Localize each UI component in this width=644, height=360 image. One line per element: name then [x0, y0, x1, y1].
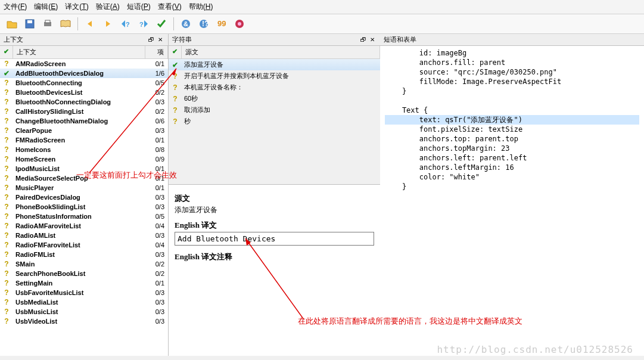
right-panel-header: 短语和表单	[380, 34, 644, 46]
question-icon: ?	[173, 106, 177, 114]
context-name: SMain	[13, 260, 145, 268]
string-text: 取消添加	[182, 105, 380, 115]
context-row[interactable]: ?UsbVideoList0/3	[0, 316, 168, 326]
strings-panel-header: 字符串 🗗 ✕	[169, 34, 380, 46]
strings-th-icon[interactable]: ✔	[169, 46, 182, 58]
context-row[interactable]: ?PhoneStatusInformation0/5	[0, 212, 168, 221]
context-row[interactable]: ?UsbFavoriteMusicList0/3	[0, 288, 168, 297]
svg-rect-1	[27, 20, 32, 23]
validate-button[interactable]: !?	[195, 16, 212, 32]
context-row[interactable]: ?ClearPopue0/3	[0, 126, 168, 135]
context-count: 0/3	[145, 318, 168, 325]
context-count: 0/4	[145, 222, 168, 229]
done-next-button[interactable]	[153, 16, 170, 32]
context-row[interactable]: ?BluetoothNoConnectingDialog0/3	[0, 97, 168, 107]
prev-unfinished-button[interactable]: ?	[117, 16, 134, 32]
strings-table-header: ✔ 源文	[169, 46, 380, 59]
svg-text:&: &	[183, 20, 188, 27]
context-row[interactable]: ?AMRadioScreen0/1	[0, 59, 168, 69]
close-icon[interactable]: ✕	[156, 36, 164, 43]
context-count: 0/1	[145, 184, 168, 191]
context-row[interactable]: ?MusicPlayer0/1	[0, 183, 168, 193]
question-icon: ?	[4, 184, 8, 192]
string-row[interactable]: ?开启手机蓝牙并搜索到本机蓝牙设备	[169, 70, 380, 82]
menu-item[interactable]: 查看(V)	[158, 2, 182, 12]
print-button[interactable]	[39, 16, 56, 32]
context-row[interactable]: ?PairedDevicesDialog0/3	[0, 193, 168, 202]
context-count: 0/5	[145, 213, 168, 220]
context-row[interactable]: ?UsbMusicList0/3	[0, 307, 168, 316]
menu-item[interactable]: 帮助(H)	[189, 2, 213, 12]
context-row[interactable]: ?SettingMain0/1	[0, 278, 168, 288]
context-row[interactable]: ?SearchPhoneBookList0/2	[0, 269, 168, 278]
question-icon: ?	[4, 79, 8, 87]
context-th-name[interactable]: 上下文	[13, 46, 145, 58]
context-row[interactable]: ?BluetoothConnecting0/5	[0, 78, 168, 88]
string-row[interactable]: ✔添加蓝牙设备	[169, 59, 380, 70]
watermark: http://blog.csdn.net/u012528526	[437, 344, 633, 355]
strings-th-name[interactable]: 源文	[182, 46, 380, 58]
context-row[interactable]: ?RadioAMList0/3	[0, 231, 168, 240]
context-count: 0/3	[145, 98, 168, 105]
menu-item[interactable]: 编辑(E)	[34, 2, 58, 12]
context-row[interactable]: ?RadioFMFaroviteList0/4	[0, 240, 168, 250]
context-count: 0/3	[145, 289, 168, 296]
context-row[interactable]: ✔AddBluetoothDevicesDialog1/6	[0, 69, 168, 78]
undock-icon[interactable]: 🗗	[359, 36, 368, 43]
context-row[interactable]: ?CallHistorySlidingList0/2	[0, 107, 168, 116]
context-row[interactable]: ?HomeScreen0/9	[0, 154, 168, 164]
context-row[interactable]: ?SMain0/2	[0, 259, 168, 269]
menu-item[interactable]: 文件(F)	[4, 2, 27, 12]
next-button[interactable]	[99, 16, 116, 32]
next-unfinished-button[interactable]: ?	[135, 16, 152, 32]
context-name: HomeScreen	[13, 155, 145, 163]
context-panel: 上下文 🗗 ✕ ✔ 上下文 项 ?AMRadioScreen0/1✔AddBlu…	[0, 34, 169, 356]
string-text: 开启手机蓝牙并搜索到本机蓝牙设备	[182, 71, 380, 81]
context-row[interactable]: ?UsbMediaList0/3	[0, 297, 168, 307]
context-row[interactable]: ?HomeIcons0/8	[0, 145, 168, 154]
context-row[interactable]: ?FMRadioScreen0/1	[0, 135, 168, 145]
menu-item[interactable]: 验证(A)	[96, 2, 120, 12]
context-name: AMRadioScreen	[13, 60, 145, 68]
settings-button[interactable]	[231, 16, 248, 32]
prev-button[interactable]	[82, 16, 98, 32]
check-icon: ✔	[4, 69, 10, 77]
context-row[interactable]: ?RadioAMFaroviteList0/4	[0, 221, 168, 231]
code-view: id: imageBg anchors.fill: parent source:…	[380, 46, 644, 356]
context-count: 0/3	[145, 203, 168, 210]
strings-panel-title: 字符串	[172, 35, 359, 44]
context-count: 0/6	[145, 117, 168, 125]
string-row[interactable]: ?取消添加	[169, 104, 380, 116]
undock-icon[interactable]: 🗗	[147, 36, 156, 43]
translation-label: English 译文	[175, 220, 374, 231]
context-row[interactable]: ?PhoneBookSlidingList0/3	[0, 202, 168, 212]
translation-input[interactable]	[175, 232, 374, 246]
context-th-icon[interactable]: ✔	[0, 46, 13, 58]
context-name: ClearPopue	[13, 126, 145, 135]
string-row[interactable]: ?60秒	[169, 93, 380, 104]
phrase-button[interactable]: 99	[213, 16, 230, 32]
context-name: BluetoothNoConnectingDialog	[13, 98, 145, 106]
context-name: FMRadioScreen	[13, 136, 145, 144]
menu-item[interactable]: 译文(T)	[65, 2, 88, 12]
context-name: CallHistorySlidingList	[13, 107, 145, 116]
menu-item[interactable]: 短语(P)	[127, 2, 151, 12]
context-th-items[interactable]: 项	[145, 46, 168, 58]
context-name: PhoneBookSlidingList	[13, 203, 145, 211]
question-icon: ?	[4, 250, 8, 259]
context-count: 0/3	[145, 127, 168, 134]
svg-point-12	[238, 22, 241, 26]
book-button[interactable]	[57, 16, 74, 32]
context-row[interactable]: ?BluetoothDevicesList0/2	[0, 88, 168, 97]
context-row[interactable]: ?RadioFMList0/3	[0, 250, 168, 259]
save-button[interactable]	[21, 16, 38, 32]
close-icon[interactable]: ✕	[368, 36, 377, 43]
context-name: AddBluetoothDevicesDialog	[13, 69, 145, 77]
context-row[interactable]: ?ChangeBluetoothNameDialog0/6	[0, 116, 168, 126]
string-row[interactable]: ?秒	[169, 116, 380, 127]
open-button[interactable]	[4, 16, 20, 32]
question-icon: ?	[4, 145, 8, 154]
context-count: 0/2	[145, 108, 168, 115]
string-row[interactable]: ?本机蓝牙设备名称：	[169, 82, 380, 93]
find-button[interactable]: &	[178, 16, 194, 32]
